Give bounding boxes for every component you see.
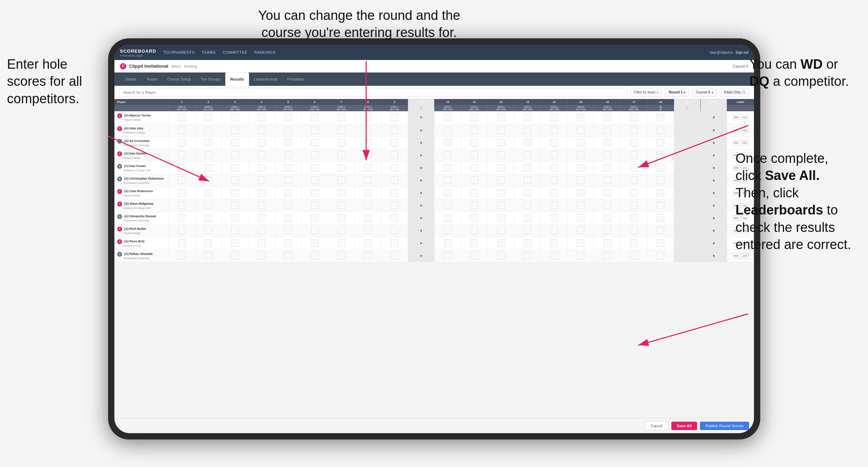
hole-4-input[interactable]: [258, 139, 265, 146]
hole-17-input[interactable]: [630, 239, 638, 247]
hole-3-input[interactable]: [231, 252, 239, 259]
hole-2-input[interactable]: [204, 126, 212, 134]
hole-5-input[interactable]: [284, 151, 292, 159]
hole-5-input[interactable]: [284, 189, 292, 197]
hole-10-input[interactable]: [444, 151, 452, 159]
hole-1-input[interactable]: [178, 252, 186, 259]
hole-6-input[interactable]: [311, 239, 319, 247]
hole-4-input[interactable]: [258, 164, 265, 172]
hole-10-input[interactable]: [444, 114, 452, 121]
hole-3-input[interactable]: [231, 227, 239, 234]
hole-15-input[interactable]: [577, 139, 584, 146]
hole-18-input[interactable]: [657, 202, 664, 209]
hole-13-input[interactable]: [524, 176, 531, 184]
hole-18-input[interactable]: [657, 114, 664, 121]
hole-14-input[interactable]: [550, 252, 558, 259]
hole-18-input[interactable]: [657, 227, 664, 234]
hole-10-input[interactable]: [444, 214, 452, 222]
hole-2-input[interactable]: [204, 239, 212, 247]
hole-14-input[interactable]: [550, 239, 558, 247]
hole-10-input[interactable]: [444, 252, 452, 259]
hole-16-input[interactable]: [604, 164, 611, 172]
hole-7-input[interactable]: [338, 189, 345, 197]
hole-11-input[interactable]: [470, 239, 478, 247]
hole-6-input[interactable]: [311, 189, 319, 197]
hole-2-input[interactable]: [204, 227, 212, 234]
nav-teams[interactable]: TEAMS: [202, 50, 216, 54]
hole-8-input[interactable]: [364, 139, 372, 146]
hole-8-input[interactable]: [364, 214, 372, 222]
hole-14-input[interactable]: [550, 114, 558, 121]
hole-7-input[interactable]: [338, 151, 345, 159]
hole-9-input[interactable]: [391, 126, 398, 134]
hole-7-input[interactable]: [338, 202, 345, 209]
hole-5-input[interactable]: [284, 139, 292, 146]
hole-18-input[interactable]: [657, 139, 664, 146]
hole-15-input[interactable]: [577, 126, 584, 134]
hole-16-input[interactable]: [604, 189, 611, 197]
tab-teams[interactable]: Teams: [142, 73, 163, 86]
hole-6-input[interactable]: [311, 114, 319, 121]
dq-button[interactable]: DQ: [741, 128, 749, 133]
hole-13-input[interactable]: [524, 114, 531, 121]
hole-3-input[interactable]: [231, 151, 239, 159]
hole-5-input[interactable]: [284, 126, 292, 134]
hole-4-input[interactable]: [258, 214, 265, 222]
hole-16-input[interactable]: [604, 176, 611, 184]
hole-9-input[interactable]: [391, 202, 398, 209]
hole-15-input[interactable]: [577, 202, 584, 209]
search-input[interactable]: [119, 88, 628, 97]
dq-button[interactable]: DQ: [741, 253, 749, 258]
hole-6-input[interactable]: [311, 176, 319, 184]
hole-10-input[interactable]: [444, 176, 452, 184]
hole-13-input[interactable]: [524, 164, 531, 172]
hole-6-input[interactable]: [311, 214, 319, 222]
hole-7-input[interactable]: [338, 239, 345, 247]
hole-1-input[interactable]: [178, 202, 186, 209]
hole-8-input[interactable]: [364, 114, 372, 121]
totals-only-toggle[interactable]: Totals Only ☐: [720, 88, 749, 97]
hole-8-input[interactable]: [364, 202, 372, 209]
hole-1-input[interactable]: [178, 151, 186, 159]
hole-7-input[interactable]: [338, 214, 345, 222]
hole-3-input[interactable]: [231, 189, 239, 197]
wd-button[interactable]: WD: [732, 140, 740, 145]
hole-1-input[interactable]: [178, 189, 186, 197]
hole-7-input[interactable]: [338, 139, 345, 146]
hole-6-input[interactable]: [311, 151, 319, 159]
hole-17-input[interactable]: [630, 214, 638, 222]
hole-17-input[interactable]: [630, 139, 638, 146]
hole-1-input[interactable]: [178, 114, 186, 121]
hole-9-input[interactable]: [391, 252, 398, 259]
hole-17-input[interactable]: [630, 126, 638, 134]
hole-8-input[interactable]: [364, 164, 372, 172]
hole-2-input[interactable]: [204, 214, 212, 222]
hole-13-input[interactable]: [524, 139, 531, 146]
hole-16-input[interactable]: [604, 114, 611, 121]
hole-5-input[interactable]: [284, 214, 292, 222]
hole-5-input[interactable]: [284, 252, 292, 259]
hole-11-input[interactable]: [470, 252, 478, 259]
hole-17-input[interactable]: [630, 164, 638, 172]
hole-2-input[interactable]: [204, 151, 212, 159]
hole-11-input[interactable]: [470, 139, 478, 146]
hole-17-input[interactable]: [630, 176, 638, 184]
hole-2-input[interactable]: [204, 189, 212, 197]
hole-9-input[interactable]: [391, 151, 398, 159]
tab-leaderboards[interactable]: Leaderboards: [249, 73, 282, 86]
hole-6-input[interactable]: [311, 126, 319, 134]
hole-10-input[interactable]: [444, 164, 452, 172]
hole-18-input[interactable]: [657, 151, 664, 159]
tab-tee-groups[interactable]: Tee Groups: [196, 73, 225, 86]
hole-2-input[interactable]: [204, 139, 212, 146]
hole-8-input[interactable]: [364, 239, 372, 247]
hole-11-input[interactable]: [470, 214, 478, 222]
hole-17-input[interactable]: [630, 202, 638, 209]
hole-4-input[interactable]: [258, 189, 265, 197]
hole-14-input[interactable]: [550, 126, 558, 134]
hole-9-input[interactable]: [391, 189, 398, 197]
hole-3-input[interactable]: [231, 114, 239, 121]
hole-7-input[interactable]: [338, 114, 345, 121]
hole-13-input[interactable]: [524, 151, 531, 159]
hole-13-input[interactable]: [524, 252, 531, 259]
